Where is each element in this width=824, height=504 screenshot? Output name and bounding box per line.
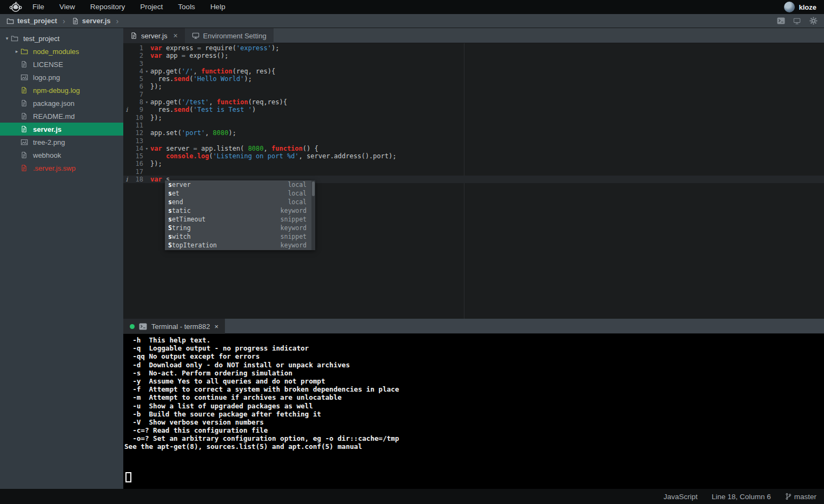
- code-line-11[interactable]: 11: [123, 122, 824, 129]
- autocomplete-item-stopiteration[interactable]: StopIterationkeyword: [165, 241, 315, 250]
- git-branch[interactable]: master: [785, 493, 816, 501]
- menu-repository[interactable]: Repository: [83, 0, 133, 14]
- tree-item--server-js-swp[interactable]: .server.js.swp: [0, 162, 123, 174]
- gutter: i9: [123, 106, 150, 113]
- menu-file[interactable]: File: [25, 0, 52, 14]
- menu-project[interactable]: Project: [132, 0, 170, 14]
- fold-spacer: [143, 91, 150, 98]
- close-icon[interactable]: ×: [214, 322, 218, 331]
- image-icon: [21, 138, 30, 146]
- completion-type: keyword: [281, 241, 311, 250]
- code-line-1[interactable]: 1var express = require('express');: [123, 44, 824, 52]
- tree-item-package-json[interactable]: package.json: [0, 97, 123, 110]
- breadcrumb-item[interactable]: test_project: [6, 17, 57, 25]
- fold-spacer: [143, 106, 150, 113]
- terminal-output[interactable]: -h This help text. -q Loggable output - …: [123, 334, 824, 489]
- tree-item-webhook[interactable]: webhook: [0, 149, 123, 162]
- gutter: 17: [123, 168, 150, 176]
- terminal-icon: [777, 17, 785, 24]
- code-line-15[interactable]: 15 console.log('Listening on port %d', s…: [123, 152, 824, 160]
- folder-icon: [21, 47, 30, 56]
- completion-type: local: [288, 198, 311, 206]
- caret-right-icon[interactable]: ▸: [13, 49, 21, 54]
- completion-type: local: [288, 189, 311, 198]
- info-spacer: [123, 122, 130, 129]
- code-line-10[interactable]: 10});: [123, 114, 824, 122]
- fold-spacer: [143, 44, 150, 52]
- gutter: i18: [123, 176, 150, 183]
- tree-item-test-project[interactable]: ▾test_project: [0, 32, 123, 45]
- tab-environment-setting[interactable]: Environment Setting: [185, 28, 274, 43]
- terminal-line: -f Attempt to correct a system with brok…: [124, 385, 824, 393]
- tab-label: Environment Setting: [203, 32, 267, 40]
- fold-caret-icon[interactable]: ▾: [143, 68, 150, 75]
- tree-item-npm-debug-log[interactable]: npm-debug.log: [0, 84, 123, 97]
- match-letter: S: [168, 241, 172, 250]
- tree-item-tree-2-png[interactable]: tree-2.png: [0, 136, 123, 149]
- code-line-6[interactable]: 6});: [123, 83, 824, 90]
- gutter: 6: [123, 83, 150, 90]
- code-line-12[interactable]: 12app.set('port', 8080);: [123, 129, 824, 137]
- autocomplete-item-send[interactable]: sendlocal: [165, 198, 315, 206]
- autocomplete-item-settimeout[interactable]: setTimeoutsnippet: [165, 215, 315, 224]
- tree-item-logo-png[interactable]: logo.png: [0, 71, 123, 84]
- language-mode[interactable]: JavaScript: [663, 493, 697, 501]
- breadcrumb-label: test_project: [17, 17, 57, 25]
- gear-icon: [809, 17, 818, 25]
- gutter: 16: [123, 160, 150, 167]
- fold-caret-icon[interactable]: ▾: [143, 145, 150, 152]
- terminal-line: -qq No output except for errors: [124, 352, 824, 360]
- menu-view[interactable]: View: [52, 0, 83, 14]
- code-line-7[interactable]: 7: [123, 91, 824, 98]
- line-number: 17: [130, 168, 143, 176]
- autocomplete-item-switch[interactable]: switchsnippet: [165, 232, 315, 241]
- file-icon: [21, 151, 30, 159]
- code-line-14[interactable]: 14▾var server = app.listen( 8080, functi…: [123, 145, 824, 152]
- code-line-8[interactable]: 8▾app.get('/test', function(req,res){: [123, 98, 824, 106]
- close-icon[interactable]: ×: [173, 31, 177, 40]
- file-icon: [72, 17, 79, 25]
- branch-icon: [785, 493, 792, 500]
- autocomplete-item-server[interactable]: serverlocal: [165, 180, 315, 189]
- tree-item-license[interactable]: LICENSE: [0, 58, 123, 71]
- autocomplete-item-static[interactable]: statickeyword: [165, 206, 315, 215]
- open-terminal-button[interactable]: [775, 16, 786, 26]
- code-line-4[interactable]: 4▾app.get('/', function(req, res){: [123, 68, 824, 75]
- info-spacer: [123, 137, 130, 145]
- caret-down-icon[interactable]: ▾: [3, 36, 11, 41]
- gutter: 8▾: [123, 98, 150, 106]
- user-menu[interactable]: kloze: [784, 2, 816, 12]
- tree-item-server-js[interactable]: server.js: [0, 123, 123, 136]
- preview-button[interactable]: [792, 16, 802, 26]
- info-spacer: [123, 152, 130, 160]
- fold-caret-icon[interactable]: ▾: [143, 98, 150, 106]
- cursor-position[interactable]: Line 18, Column 6: [712, 493, 771, 501]
- match-letter: s: [168, 215, 172, 224]
- code-line-13[interactable]: 13: [123, 137, 824, 145]
- autocomplete-scrollbar-thumb[interactable]: [312, 182, 315, 196]
- code-line-17[interactable]: 17: [123, 168, 824, 176]
- settings-button[interactable]: [808, 16, 819, 26]
- code-line-16[interactable]: 16});: [123, 160, 824, 167]
- code-line-2[interactable]: 2var app = express();: [123, 52, 824, 59]
- tree-item-readme-md[interactable]: README.md: [0, 110, 123, 123]
- autocomplete-item-string[interactable]: Stringkeyword: [165, 224, 315, 232]
- tab-server-js[interactable]: server.js ×: [123, 28, 185, 43]
- menu-tools[interactable]: Tools: [170, 0, 203, 14]
- autocomplete-scrollbar[interactable]: [311, 180, 315, 250]
- autocomplete-item-set[interactable]: setlocal: [165, 189, 315, 198]
- code-text: res.send('Test is Test '): [150, 106, 256, 113]
- menu-help[interactable]: Help: [203, 0, 233, 14]
- code-line-9[interactable]: i9 res.send('Test is Test '): [123, 106, 824, 113]
- file-icon: [21, 60, 30, 69]
- user-avatar: [784, 2, 795, 12]
- terminal-line: -V Show verbose version numbers: [124, 418, 824, 426]
- app-logo-monkey-icon[interactable]: [6, 1, 25, 14]
- breadcrumb-item[interactable]: server.js: [72, 17, 111, 25]
- tree-item-label: logo.png: [33, 73, 60, 82]
- code-line-5[interactable]: 5 res.send('Hello World');: [123, 75, 824, 83]
- tab-terminal[interactable]: Terminal - term882 ×: [123, 319, 225, 334]
- tree-item-node-modules[interactable]: ▸node_modules: [0, 45, 123, 58]
- code-line-3[interactable]: 3: [123, 60, 824, 68]
- code-editor[interactable]: 1var express = require('express');2var a…: [123, 43, 824, 319]
